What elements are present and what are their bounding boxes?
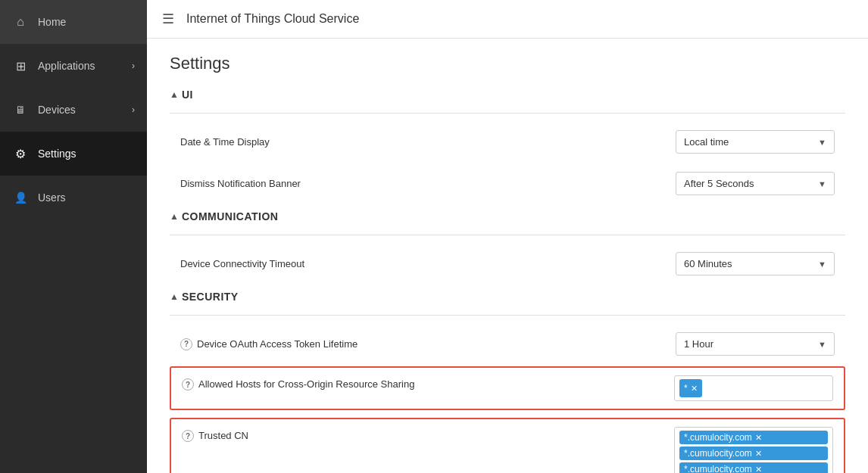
dismiss-notification-dropdown[interactable]: After 5 Seconds ▼ — [676, 172, 835, 195]
allowed-hosts-control: * ✕ — [674, 375, 833, 401]
tag-close-icon[interactable]: ✕ — [755, 433, 762, 443]
device-connectivity-label: Device Connectivity Timeout — [180, 258, 676, 269]
settings-icon — [12, 145, 29, 162]
date-time-dropdown[interactable]: Local time ▼ — [676, 130, 835, 154]
trusted-cn-tag: *.cumulocity.com ✕ — [679, 431, 828, 444]
tag-close-icon[interactable]: ✕ — [755, 465, 762, 474]
date-time-label: Date & Time Display — [180, 136, 676, 148]
security-section: ▲ SECURITY ? Device OAuth Access Token L… — [170, 291, 845, 473]
app-title: Internet of Things Cloud Service — [186, 12, 359, 26]
help-icon[interactable]: ? — [182, 430, 194, 442]
oauth-dropdown[interactable]: 1 Hour ▼ — [676, 332, 835, 356]
chevron-right-icon: › — [132, 61, 135, 71]
chevron-down-icon: ▼ — [818, 179, 826, 188]
help-icon[interactable]: ? — [182, 378, 194, 391]
trusted-cn-tags[interactable]: *.cumulocity.com ✕ *.cumulocity.com ✕ *.… — [674, 427, 833, 473]
tag-value: *.cumulocity.com — [684, 448, 752, 459]
communication-section: ▲ COMMUNICATION Device Connectivity Time… — [170, 210, 845, 283]
communication-section-header: ▲ COMMUNICATION — [170, 210, 845, 222]
device-connectivity-row: Device Connectivity Timeout 60 Minutes ▼ — [170, 244, 845, 283]
tag-value: * — [684, 383, 688, 394]
chevron-down-icon: ▼ — [818, 260, 826, 269]
security-section-header: ▲ SECURITY — [170, 291, 845, 303]
tag-value: *.cumulocity.com — [684, 464, 752, 473]
dismiss-notification-row: Dismiss Notification Banner After 5 Seco… — [170, 164, 845, 203]
trusted-cn-label: ? Trusted CN — [182, 427, 674, 442]
date-time-control: Local time ▼ — [676, 130, 835, 154]
trusted-cn-control: *.cumulocity.com ✕ *.cumulocity.com ✕ *.… — [674, 427, 833, 473]
tag-close-icon[interactable]: ✕ — [755, 449, 762, 459]
header: ☰ Internet of Things Cloud Service — [147, 0, 868, 39]
home-icon — [12, 14, 29, 30]
hamburger-menu-icon[interactable]: ☰ — [162, 11, 174, 27]
sidebar-item-applications[interactable]: Applications › — [0, 44, 147, 88]
users-icon — [12, 189, 29, 206]
dismiss-notification-selected: After 5 Seconds — [684, 178, 754, 189]
chevron-down-icon: ▼ — [818, 340, 826, 349]
sidebar-item-label: Applications — [38, 60, 132, 72]
collapse-icon[interactable]: ▲ — [170, 291, 179, 302]
oauth-control: 1 Hour ▼ — [676, 332, 835, 356]
sidebar: Home Applications › Devices › Settings U… — [0, 0, 147, 473]
trusted-cn-tag: *.cumulocity.com ✕ — [679, 462, 828, 473]
oauth-label: ? Device OAuth Access Token Lifetime — [180, 338, 676, 350]
security-section-title: SECURITY — [182, 291, 239, 303]
devices-icon — [12, 101, 29, 118]
device-connectivity-selected: 60 Minutes — [684, 258, 732, 269]
dismiss-notification-control: After 5 Seconds ▼ — [676, 172, 835, 195]
collapse-icon[interactable]: ▲ — [170, 211, 179, 222]
allowed-hosts-label: ? Allowed Hosts for Cross-Origin Resourc… — [182, 375, 674, 391]
sidebar-item-label: Users — [38, 191, 135, 204]
cors-tag: * ✕ — [679, 379, 702, 397]
dismiss-notification-label: Dismiss Notification Banner — [180, 178, 676, 189]
sidebar-item-users[interactable]: Users — [0, 176, 147, 219]
ui-section-title: UI — [182, 89, 193, 101]
ui-section: ▲ UI Date & Time Display Local time ▼ Di… — [170, 89, 845, 203]
sidebar-item-label: Home — [38, 16, 135, 28]
trusted-cn-row: ? Trusted CN *.cumulocity.com ✕ *.cumulo… — [170, 418, 845, 473]
allowed-hosts-tags[interactable]: * ✕ — [674, 375, 833, 401]
device-connectivity-dropdown[interactable]: 60 Minutes ▼ — [676, 252, 835, 275]
ui-section-header: ▲ UI — [170, 89, 845, 101]
sidebar-item-devices[interactable]: Devices › — [0, 88, 147, 132]
section-divider — [170, 315, 845, 316]
sidebar-item-label: Devices — [38, 104, 132, 116]
page-title: Settings — [170, 54, 845, 73]
main-content: ☰ Internet of Things Cloud Service Setti… — [147, 0, 868, 473]
collapse-icon[interactable]: ▲ — [170, 89, 179, 100]
apps-icon — [12, 58, 29, 74]
date-time-row: Date & Time Display Local time ▼ — [170, 123, 845, 161]
oauth-selected: 1 Hour — [684, 338, 713, 350]
chevron-right-icon: › — [132, 104, 135, 115]
device-connectivity-control: 60 Minutes ▼ — [676, 252, 835, 275]
allowed-hosts-row: ? Allowed Hosts for Cross-Origin Resourc… — [170, 366, 845, 410]
sidebar-item-settings[interactable]: Settings — [0, 132, 147, 176]
oauth-row: ? Device OAuth Access Token Lifetime 1 H… — [170, 325, 845, 363]
section-divider — [170, 113, 845, 114]
settings-content: Settings ▲ UI Date & Time Display Local … — [147, 39, 868, 473]
communication-section-title: COMMUNICATION — [182, 210, 279, 222]
sidebar-item-label: Settings — [38, 148, 135, 160]
section-divider — [170, 235, 845, 235]
sidebar-item-home[interactable]: Home — [0, 0, 147, 44]
help-icon[interactable]: ? — [180, 338, 192, 350]
date-time-selected: Local time — [684, 136, 729, 148]
tag-value: *.cumulocity.com — [684, 432, 752, 443]
trusted-cn-tag: *.cumulocity.com ✕ — [679, 447, 828, 460]
chevron-down-icon: ▼ — [818, 138, 826, 147]
tag-close-icon[interactable]: ✕ — [691, 384, 698, 394]
